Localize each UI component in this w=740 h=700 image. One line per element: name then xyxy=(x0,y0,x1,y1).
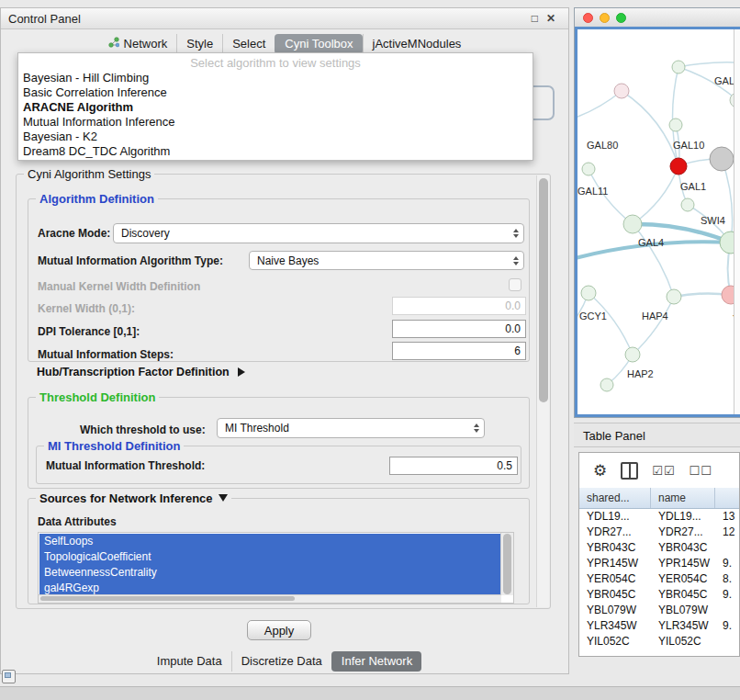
settings-group-title: Cyni Algorithm Settings xyxy=(24,167,154,181)
scroll-thumb[interactable] xyxy=(539,178,548,402)
network-node[interactable] xyxy=(672,61,685,73)
hub-definition-expander[interactable]: Hub/Transcription Factor Definition xyxy=(37,366,245,378)
network-node[interactable] xyxy=(669,119,682,131)
bottom-tab-bar: Impute DataDiscretize DataInfer Network xyxy=(1,651,568,672)
table-row[interactable]: YER054CYER054C8. xyxy=(579,571,739,587)
network-vscrollbar[interactable] xyxy=(734,29,740,414)
network-node[interactable] xyxy=(681,198,694,211)
algorithm-option[interactable]: Mutual Information Inference xyxy=(18,115,533,130)
network-edge[interactable] xyxy=(577,91,622,121)
table-cell: 12 xyxy=(715,525,740,540)
column-header[interactable]: shared... xyxy=(579,488,651,508)
mi-threshold-field[interactable] xyxy=(389,457,518,475)
tab-cyni-toolbox[interactable]: Cyni Toolbox xyxy=(275,34,362,54)
apply-button[interactable]: Apply xyxy=(247,620,311,640)
bottom-tab-discretize-data[interactable]: Discretize Data xyxy=(231,651,331,672)
attribute-list-hscrollbar[interactable] xyxy=(39,594,501,603)
network-node[interactable] xyxy=(710,147,734,171)
tab-style[interactable]: Style xyxy=(176,34,222,54)
kernel-width-field[interactable] xyxy=(392,297,526,315)
network-node[interactable] xyxy=(670,158,687,175)
scroll-thumb[interactable] xyxy=(503,534,511,594)
deselect-all-icon[interactable]: ☐☐ xyxy=(690,464,712,478)
bottom-tab-infer-network[interactable]: Infer Network xyxy=(331,651,421,672)
manual-kernel-checkbox[interactable] xyxy=(509,278,521,291)
mi-type-select[interactable]: Naive Bayes xyxy=(249,251,524,270)
attribute-item[interactable]: TopologicalCoefficient xyxy=(39,549,500,565)
network-edge[interactable] xyxy=(633,297,674,355)
sources-title-text: Sources for Network Inference xyxy=(39,491,213,505)
zoom-traffic-light[interactable] xyxy=(616,13,626,23)
bottom-tab-impute-data[interactable]: Impute Data xyxy=(148,651,231,672)
attribute-item[interactable]: BetweennessCentrality xyxy=(39,565,500,581)
network-node[interactable] xyxy=(623,215,642,233)
collapse-down-icon xyxy=(219,494,228,502)
attribute-rows: SelfLoopsTopologicalCoefficientBetweenne… xyxy=(39,534,500,596)
settings-scrollbar[interactable] xyxy=(536,175,549,607)
table-row[interactable]: YIL052CYIL052C xyxy=(579,634,739,649)
attribute-item[interactable]: SelfLoops xyxy=(39,534,500,549)
algorithm-option[interactable]: Basic Correlation Inference xyxy=(18,85,533,100)
network-edge[interactable] xyxy=(633,166,678,224)
algorithm-dropdown-placeholder: Select algorithm to view settings xyxy=(18,56,533,71)
table-row[interactable]: YDR27...YDR27...12 xyxy=(579,525,739,540)
dpi-tolerance-label: DPI Tolerance [0,1]: xyxy=(38,325,140,338)
table-cell: YBR043C xyxy=(579,540,651,556)
algorithm-option[interactable]: Dream8 DC_TDC Algorithm xyxy=(18,144,533,159)
table-panel-title: Table Panel xyxy=(583,429,645,443)
network-node[interactable] xyxy=(581,286,596,300)
scroll-thumb[interactable] xyxy=(40,596,295,601)
table-row[interactable]: YBR045CYBR045C9. xyxy=(579,587,739,603)
table-cell xyxy=(715,603,740,618)
table-row[interactable]: YLR345WYLR345W9. xyxy=(579,618,739,634)
table-row[interactable]: YDL19...YDL19...13 xyxy=(579,509,739,525)
network-node[interactable] xyxy=(614,84,629,98)
combo-arrows-icon xyxy=(513,229,519,238)
table-cell: YDR27... xyxy=(651,525,715,540)
network-node[interactable] xyxy=(625,347,640,362)
mi-steps-field[interactable] xyxy=(392,342,526,360)
network-edge[interactable] xyxy=(589,293,633,355)
tab-select[interactable]: Select xyxy=(222,34,275,54)
close-window-icon[interactable]: ✕ xyxy=(546,13,555,24)
column-header[interactable] xyxy=(715,488,740,508)
network-canvas[interactable]: GALGAL80GAL10GAL11GAL1SWI4GAL4GCY1HAP4HA… xyxy=(575,27,740,417)
select-all-icon[interactable]: ☑☑ xyxy=(652,464,675,478)
dpi-tolerance-field[interactable] xyxy=(392,320,526,338)
network-node[interactable] xyxy=(582,163,595,175)
aracne-mode-select[interactable]: Discovery xyxy=(113,223,524,243)
table-row[interactable]: YBR043CYBR043C xyxy=(579,540,739,556)
sources-group-title[interactable]: Sources for Network Inference xyxy=(36,491,231,505)
close-traffic-light[interactable] xyxy=(583,13,593,23)
aracne-mode-value: Discovery xyxy=(121,227,170,240)
hub-definition-label: Hub/Transcription Factor Definition xyxy=(37,366,230,378)
attribute-list-vscrollbar[interactable] xyxy=(500,533,513,595)
minimize-traffic-light[interactable] xyxy=(600,13,610,23)
tab-jactivemnodules[interactable]: jActiveMNodules xyxy=(363,34,471,54)
network-edge[interactable] xyxy=(722,159,733,243)
network-edge[interactable] xyxy=(633,224,674,297)
float-window-icon[interactable]: □ xyxy=(532,13,538,24)
tab-label: Infer Network xyxy=(342,654,412,669)
table-row[interactable]: YPR145WYPR145W9. xyxy=(579,556,739,571)
node-label: GAL4 xyxy=(638,237,664,248)
column-header[interactable]: name xyxy=(651,488,715,508)
algorithm-option[interactable]: ARACNE Algorithm xyxy=(18,100,533,115)
which-threshold-select[interactable]: MI Threshold xyxy=(217,418,485,438)
gear-icon[interactable]: ⚙ xyxy=(593,463,607,479)
network-node[interactable] xyxy=(667,289,681,304)
network-node[interactable] xyxy=(600,378,613,391)
node-label: GAL10 xyxy=(673,140,704,151)
table-row[interactable]: YBL079WYBL079W xyxy=(579,603,739,618)
table-cell: YBL079W xyxy=(579,603,651,618)
network-graph: GALGAL80GAL10GAL11GAL1SWI4GAL4GCY1HAP4HA… xyxy=(577,29,740,417)
algorithm-option[interactable]: Bayesian - K2 xyxy=(18,130,533,144)
table-cell: YER054C xyxy=(651,571,715,587)
algorithm-option[interactable]: Bayesian - Hill Climbing xyxy=(18,71,533,85)
table-cell: YBR043C xyxy=(651,540,715,556)
network-edge[interactable] xyxy=(589,169,633,224)
network-edge[interactable] xyxy=(678,62,740,67)
columns-icon[interactable] xyxy=(621,462,638,480)
tab-network[interactable]: Network xyxy=(99,34,177,54)
minimized-panel-icon[interactable] xyxy=(2,670,16,683)
